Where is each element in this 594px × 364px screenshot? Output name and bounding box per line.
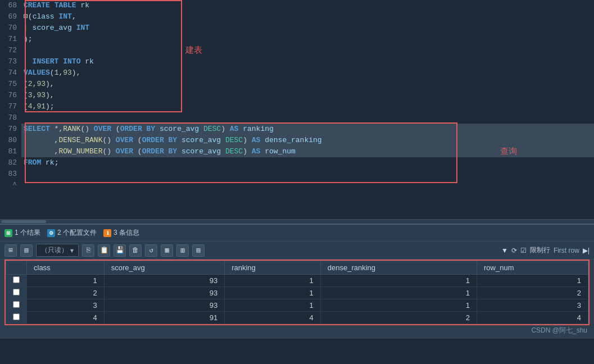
readonly-selector[interactable]: （只读） ▾ [36,244,79,257]
table-header-row: class score_avg ranking dense_ranking ro… [6,261,588,275]
cell-row2-col2: 1 [225,299,321,312]
cell-row0-col2: 1 [225,275,321,287]
refresh-icon2: ⟳ [511,247,517,254]
table-row: 293112 [6,287,588,299]
code-content: CREATE TABLE rk ⊟(class INT, │ score_avg… [21,0,594,191]
paste-btn[interactable]: 📋 [98,244,110,257]
row-checkbox-cell[interactable] [6,275,27,287]
cell-row3-col1: 91 [104,312,224,324]
col-header-class: class [27,261,105,275]
bottom-panel: ⊞ 1 个结果 ⚙ 2 个配置文件 ℹ 3 条信息 ⊞ ▤ （只读） ▾ ⎘ 📋… [0,224,594,339]
code-line-83 [21,169,594,180]
line-numbers: 68 69 70 71 72 73 74 75 76 77 78 79 80 8… [0,0,21,219]
cell-row1-col0: 2 [27,287,105,299]
refresh-btn[interactable]: ↺ [145,244,157,257]
cell-row3-col0: 4 [27,312,105,324]
code-line-74: VALUES(1,93), [21,67,594,79]
copy-btn[interactable]: ⎘ [82,244,94,257]
table-row: 193111 [6,275,588,287]
tab-results-label: 1 个结果 [15,228,40,238]
code-line-71: ); [21,34,594,45]
cell-row3-col4: 4 [477,312,588,324]
col-header-checkbox [6,261,27,275]
code-line-69: ⊟(class INT, [21,11,594,22]
filter-area: ▼ ⟳ ☑ 限制行 First row ▶| [501,245,590,255]
code-line-caret [21,180,594,191]
col-header-ranking: ranking [225,261,321,275]
row-checkbox-cell[interactable] [6,287,27,299]
code-line-78 [21,112,594,124]
row-checkbox-cell[interactable] [6,299,27,312]
horizontal-scrollbar[interactable] [0,219,594,224]
grid-view-btn[interactable]: ⊞ [4,244,17,257]
row-checkbox-cell[interactable] [6,312,27,324]
cell-row2-col3: 1 [320,299,477,312]
code-line-82: FROM rk; [21,157,594,169]
tab-results[interactable]: ⊞ 1 个结果 [4,228,40,238]
save-btn[interactable]: 💾 [114,244,126,257]
results-toolbar: ⊞ ▤ （只读） ▾ ⎘ 📋 💾 🗑 ↺ ▦ ▥ ▤ ▼ ⟳ ☑ 限制行 Fir… [0,242,594,260]
results-table-box: class score_avg ranking dense_ranking ro… [4,260,590,325]
annotation-query: 查询 [500,146,517,157]
cell-row1-col3: 1 [320,287,477,299]
col-header-row-num: row_num [477,261,588,275]
code-line-79: SELECT *,RANK() OVER (ORDER BY score_avg… [21,124,594,135]
scrollbar-thumb [1,220,46,223]
cell-row1-col1: 93 [104,287,224,299]
filter-icon: ▼ [501,247,508,254]
results-table: class score_avg ranking dense_ranking ro… [6,261,588,324]
cell-row1-col2: 1 [225,287,321,299]
grid-icon: ⊞ [4,229,12,237]
table-row: 491424 [6,312,588,324]
cell-row2-col0: 3 [27,299,105,312]
cell-row0-col1: 93 [104,275,224,287]
code-line-75: (2,93), [21,79,594,90]
tab-bar: ⊞ 1 个结果 ⚙ 2 个配置文件 ℹ 3 条信息 [0,225,594,242]
cell-row2-col4: 3 [477,299,588,312]
code-line-72 [21,45,594,56]
annotation-create: 建表 [185,45,202,56]
col-header-dense-ranking: dense_ranking [320,261,477,275]
filter-label: 限制行 [530,245,550,255]
form-view-btn[interactable]: ▤ [20,244,33,257]
config-icon: ⚙ [47,229,55,237]
cell-row0-col3: 1 [320,275,477,287]
delete-btn[interactable]: 🗑 [129,244,142,257]
table-row: 393113 [6,299,588,312]
csdn-watermark: CSDN @阿七_shu [531,326,587,335]
cell-row3-col3: 2 [320,312,477,324]
code-line-70: │ score_avg INT [21,22,594,34]
chevron-down-icon: ▾ [70,247,74,254]
cell-row1-col4: 2 [477,287,588,299]
code-line-77: (4,91); [21,101,594,112]
code-line-68: CREATE TABLE rk [21,0,594,11]
cell-row2-col1: 93 [104,299,224,312]
cell-row0-col4: 1 [477,275,588,287]
tab-info[interactable]: ℹ 3 条信息 [103,228,139,238]
tab-config-label: 2 个配置文件 [57,228,97,238]
col-header-score-avg: score_avg [104,261,224,275]
results-table-wrapper[interactable]: class score_avg ranking dense_ranking ro… [6,261,588,324]
tab-config[interactable]: ⚙ 2 个配置文件 [47,228,97,238]
code-line-73: INSERT INTO rk [21,56,594,67]
code-line-80: ,DENSE_RANK() OVER (ORDER BY score_avg D… [21,135,594,146]
table-view-btn[interactable]: ▦ [161,244,173,257]
watermark-container: CSDN @阿七_shu [0,327,594,339]
row-view-btn[interactable]: ▤ [192,244,205,257]
tab-info-label: 3 条信息 [114,228,139,238]
filter-check: ☑ [520,247,527,254]
info-icon: ℹ [103,229,111,237]
cell-row3-col2: 4 [225,312,321,324]
code-line-76: (3,93), [21,90,594,101]
nav-end-icon[interactable]: ▶| [583,247,590,254]
readonly-label: （只读） [41,245,68,255]
cell-row0-col0: 1 [27,275,105,287]
editor-area: 68 69 70 71 72 73 74 75 76 77 78 79 80 8… [0,0,594,219]
col-view-btn[interactable]: ▥ [176,244,189,257]
filter-value: First row [554,247,579,254]
